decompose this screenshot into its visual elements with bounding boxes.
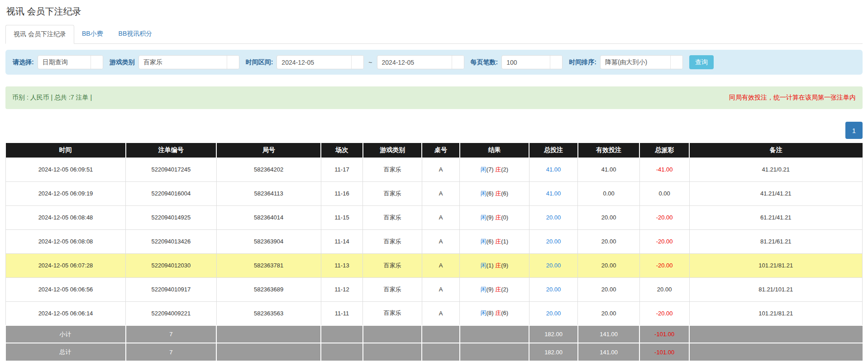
cell-payout: -20.00 [639, 301, 689, 325]
cell-table-no: A [422, 205, 459, 229]
cell-payout: -20.00 [639, 253, 689, 277]
tab-label: BB小费 [82, 30, 103, 37]
dropdown-arrow-icon[interactable] [670, 56, 682, 69]
cell-total-bet[interactable]: 20.00 [529, 301, 578, 325]
player-result-label: 闲 [481, 310, 486, 316]
tab-bb-tips[interactable]: BB小费 [74, 25, 111, 44]
page-size-input[interactable]: 100 [501, 55, 563, 69]
cell-game-type: 百家乐 [363, 157, 422, 181]
summary-empty-cell [460, 325, 529, 343]
cell-total-bet[interactable]: 41.00 [529, 181, 578, 205]
cell-session: 11-14 [321, 229, 363, 253]
column-header: 有效投注 [578, 143, 639, 157]
cell-valid-bet: 0.00 [578, 181, 639, 205]
summary-empty-cell [460, 343, 529, 361]
table-row: 2024-12-05 06:09:19522094016004582364113… [6, 181, 863, 205]
column-header: 注单编号 [126, 143, 217, 157]
cell-game-type: 百家乐 [363, 253, 422, 277]
summary-count: 7 [126, 325, 217, 343]
cell-payout: 0.00 [639, 181, 689, 205]
cell-total-bet[interactable]: 20.00 [529, 205, 578, 229]
cell-payout: -20.00 [639, 229, 689, 253]
cell-total-bet[interactable]: 41.00 [529, 157, 578, 181]
cell-remark: 61.21/41.21 [689, 205, 862, 229]
date-from-input[interactable]: 2024-12-05 [277, 55, 364, 69]
cell-valid-bet: 20.00 [578, 253, 639, 277]
currency-summary-text: 币别 : 人民币 | 总共 :7 注单 | [12, 94, 92, 102]
calendar-icon[interactable] [351, 56, 363, 69]
tab-label: BB视讯积分 [119, 30, 153, 37]
summary-payout: -101.00 [639, 325, 689, 343]
cell-total-bet[interactable]: 20.00 [529, 277, 578, 301]
cell-bet-id: 522094017245 [126, 157, 217, 181]
cell-table-no: A [422, 277, 459, 301]
summary-empty-cell [321, 343, 363, 361]
search-button[interactable]: 查询 [689, 55, 714, 69]
date-to-input[interactable]: 2024-12-05 [377, 55, 464, 69]
cell-time: 2024-12-05 06:08:08 [6, 229, 126, 253]
player-result-score: (9) [486, 214, 496, 221]
banker-result-score: (6) [501, 190, 508, 197]
cell-session: 11-11 [321, 301, 363, 325]
query-type-select[interactable]: 日期查询 [38, 55, 103, 69]
game-type-select[interactable]: 百家乐 [138, 55, 239, 69]
date-from-value: 2024-12-05 [277, 59, 351, 66]
banker-result-label: 庄 [495, 310, 501, 316]
column-header: 总派彩 [639, 143, 689, 157]
cell-time: 2024-12-05 06:08:48 [6, 205, 126, 229]
valid-bet-notice-text: 同局有效投注，统一计算在该局第一张注单内 [729, 94, 856, 102]
dropdown-arrow-icon[interactable] [91, 56, 103, 69]
summary-empty-cell [216, 343, 321, 361]
cell-time: 2024-12-05 06:07:28 [6, 253, 126, 277]
cell-game-type: 百家乐 [363, 229, 422, 253]
column-header: 场次 [321, 143, 363, 157]
cell-bet-id: 522094009221 [126, 301, 217, 325]
dropdown-arrow-icon[interactable] [227, 56, 239, 69]
player-result-label: 闲 [481, 214, 486, 221]
query-type-label: 请选择: [13, 58, 34, 67]
pagination-top: 1 [5, 122, 863, 139]
subtotal-row: 小计7182.00141.00-101.00 [6, 325, 863, 343]
cell-table-no: A [422, 157, 459, 181]
page-1-button[interactable]: 1 [845, 122, 863, 139]
cell-total-bet[interactable]: 20.00 [529, 229, 578, 253]
filter-bar: 请选择: 日期查询 游戏类别 百家乐 时间区间: 2024-12-05 ~ 20… [5, 50, 863, 75]
cell-round-id: 582363904 [216, 229, 321, 253]
cell-total-bet[interactable]: 20.00 [529, 253, 578, 277]
table-body: 2024-12-05 06:09:51522094017245582364202… [6, 157, 863, 325]
sort-order-select[interactable]: 降冪(由大到小) [600, 55, 683, 69]
player-result-score: (6) [486, 190, 496, 197]
tab-video-bet-records[interactable]: 视讯 会员下注纪录 [5, 25, 74, 44]
cell-valid-bet: 20.00 [578, 229, 639, 253]
player-result-score: (9) [486, 286, 496, 293]
player-result-score: (1) [486, 262, 496, 269]
banker-result-score: (0) [501, 214, 508, 221]
calendar-icon[interactable] [452, 56, 464, 69]
bet-records-table: 时间注单编号局号场次游戏类别桌号结果总投注有效投注总派彩备注 2024-12-0… [5, 143, 863, 361]
game-type-value: 百家乐 [139, 58, 227, 67]
cell-valid-bet: 20.00 [578, 301, 639, 325]
summary-empty-cell [363, 343, 422, 361]
cell-result: 闲(6) 庄(1) [460, 229, 529, 253]
cell-result: 闲(9) 庄(0) [460, 205, 529, 229]
summary-valid-bet: 141.00 [578, 325, 639, 343]
banker-result-score: (2) [501, 166, 508, 173]
tab-bb-video-points[interactable]: BB视讯积分 [111, 25, 160, 44]
cell-remark: 81.21/61.21 [689, 229, 862, 253]
banker-result-label: 庄 [495, 286, 501, 293]
cell-bet-id: 522094012030 [126, 253, 217, 277]
table-row: 2024-12-05 06:09:51522094017245582364202… [6, 157, 863, 181]
column-header: 游戏类别 [363, 143, 422, 157]
summary-empty-cell [689, 325, 862, 343]
dropdown-arrow-icon[interactable] [550, 56, 562, 69]
date-separator: ~ [367, 59, 373, 66]
date-to-value: 2024-12-05 [377, 59, 452, 66]
sort-order-label: 时间排序: [569, 58, 596, 67]
summary-label: 小计 [6, 325, 126, 343]
player-result-score: (8) [486, 310, 496, 316]
cell-remark: 81.21/101.21 [689, 277, 862, 301]
query-type-value: 日期查询 [38, 58, 91, 67]
cell-payout: -20.00 [639, 205, 689, 229]
cell-session: 11-17 [321, 157, 363, 181]
total-row: 总计7182.00141.00-101.00 [6, 343, 863, 361]
